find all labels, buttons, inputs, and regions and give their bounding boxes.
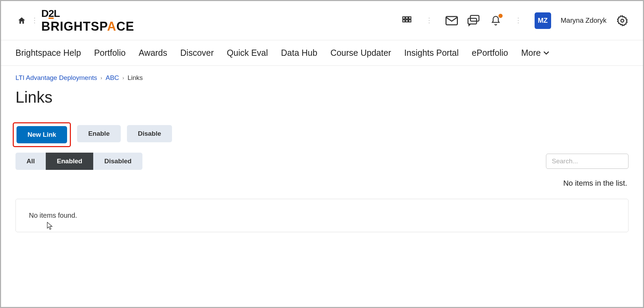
svg-rect-1 <box>406 17 408 19</box>
highlight-new-link: New Link <box>13 122 71 147</box>
filter-enabled[interactable]: Enabled <box>46 153 93 170</box>
enable-button[interactable]: Enable <box>77 125 120 142</box>
main-nav: Brightspace Help Portfolio Awards Discov… <box>1 40 643 66</box>
search-box[interactable] <box>546 154 629 169</box>
home-icon[interactable] <box>15 14 28 27</box>
breadcrumb-lti[interactable]: LTI Advantage Deployments <box>15 74 97 82</box>
nav-portfolio[interactable]: Portfolio <box>94 48 126 58</box>
nav-data-hub[interactable]: Data Hub <box>281 48 318 58</box>
filter-row: All Enabled Disabled <box>15 153 629 170</box>
avatar[interactable]: MZ <box>535 12 551 29</box>
nav-more[interactable]: More <box>521 48 549 58</box>
content-area: LTI Advantage Deployments › ABC › Links … <box>1 66 643 240</box>
filter-disabled[interactable]: Disabled <box>93 153 142 170</box>
logo-text-a: A <box>107 19 116 33</box>
divider-dots <box>518 18 519 23</box>
empty-state-card: No items found. <box>15 199 629 232</box>
username-label[interactable]: Maryna Zdoryk <box>561 17 607 24</box>
new-link-button[interactable]: New Link <box>17 126 67 143</box>
top-bar-right: MZ Maryna Zdoryk <box>400 12 629 29</box>
filter-all[interactable]: All <box>15 153 46 170</box>
logo-text-left: BRIGHTSP <box>41 19 107 33</box>
nav-more-label: More <box>521 48 541 58</box>
breadcrumb-abc[interactable]: ABC <box>106 74 119 82</box>
page-title: Links <box>15 88 629 106</box>
notification-dot <box>498 14 503 18</box>
nav-discover[interactable]: Discover <box>180 48 214 58</box>
filter-segments: All Enabled Disabled <box>15 153 142 170</box>
nav-insights-portal[interactable]: Insights Portal <box>404 48 459 58</box>
divider-dots <box>429 18 430 23</box>
logo-text-right: CE <box>116 19 134 33</box>
chat-icon[interactable] <box>468 14 480 27</box>
svg-rect-0 <box>402 17 405 19</box>
nav-eportfolio[interactable]: ePortfolio <box>472 48 508 58</box>
svg-rect-5 <box>409 20 411 22</box>
breadcrumb-sep: › <box>122 75 124 81</box>
apps-grid-icon[interactable] <box>400 14 413 27</box>
nav-quick-eval[interactable]: Quick Eval <box>227 48 268 58</box>
action-row: New Link Enable Disable <box>15 122 629 147</box>
nav-awards[interactable]: Awards <box>139 48 167 58</box>
search-input[interactable] <box>552 157 633 165</box>
brand-logo[interactable]: D2L BRIGHTSPACE <box>41 8 134 33</box>
breadcrumb-current: Links <box>128 74 143 82</box>
svg-point-9 <box>621 19 624 22</box>
mail-icon[interactable] <box>446 14 458 27</box>
divider-dots <box>34 18 35 23</box>
breadcrumb-sep: › <box>100 75 102 81</box>
svg-rect-3 <box>402 20 405 22</box>
top-bar: D2L BRIGHTSPACE MZ Maryna Zdoryk <box>1 1 643 40</box>
nav-course-updater[interactable]: Course Updater <box>330 48 391 58</box>
svg-rect-4 <box>406 20 408 22</box>
chevron-down-icon <box>544 51 549 55</box>
no-items-label: No items in the list. <box>15 179 629 188</box>
bell-icon[interactable] <box>490 14 502 27</box>
gear-icon[interactable] <box>616 14 629 27</box>
nav-brightspace-help[interactable]: Brightspace Help <box>15 48 81 58</box>
disable-button[interactable]: Disable <box>127 125 172 142</box>
breadcrumb: LTI Advantage Deployments › ABC › Links <box>15 74 629 82</box>
empty-message: No items found. <box>29 212 77 219</box>
svg-rect-2 <box>409 17 411 19</box>
